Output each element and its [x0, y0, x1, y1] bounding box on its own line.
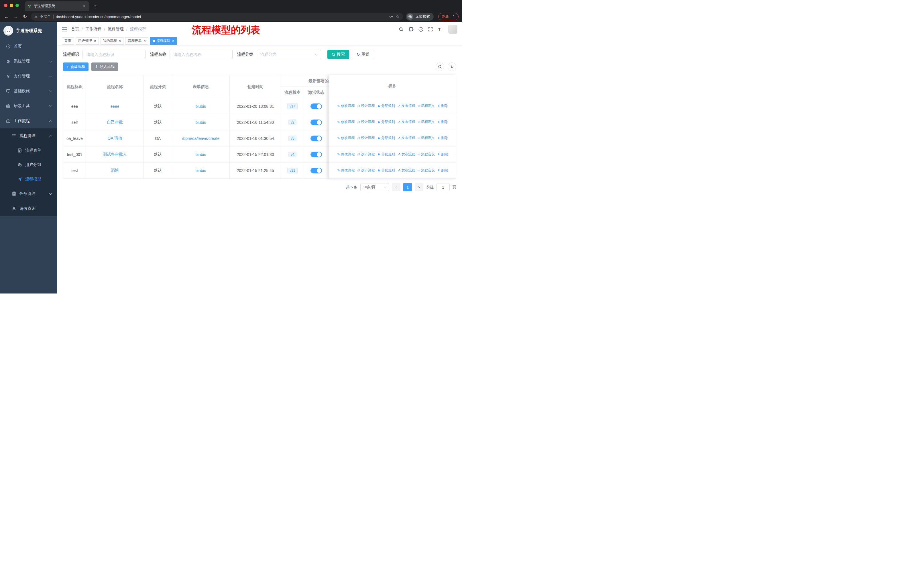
breadcrumb-item[interactable]: 工作流程: [85, 26, 101, 32]
publish-flow-link[interactable]: ⇗发布流程: [398, 119, 415, 124]
window-minimize-button[interactable]: [10, 4, 13, 7]
sidebar-item-system[interactable]: ⚙ 系统管理: [0, 54, 57, 69]
process-name-link[interactable]: 测试多审批人: [103, 152, 127, 157]
modify-flow-link[interactable]: ✎修改流程: [337, 104, 355, 108]
address-bar[interactable]: ⚠ 不安全 dashboard.yudao.iocoder.cn/bpm/man…: [31, 13, 403, 21]
window-close-button[interactable]: [4, 4, 7, 7]
publish-flow-link[interactable]: ⇗发布流程: [398, 168, 415, 173]
flow-definition-link[interactable]: ∞流程定义: [417, 104, 435, 108]
modify-flow-link[interactable]: ✎修改流程: [337, 136, 355, 141]
form-link[interactable]: biubiu: [195, 120, 206, 125]
breadcrumb-item[interactable]: 流程管理: [108, 26, 124, 32]
active-toggle[interactable]: [310, 119, 322, 125]
flow-definition-link[interactable]: ∞流程定义: [417, 136, 435, 141]
avatar[interactable]: [448, 25, 457, 34]
next-page-button[interactable]: ›: [415, 183, 423, 191]
assign-rules-link[interactable]: ♟分配规则: [377, 119, 395, 124]
fullscreen-icon[interactable]: [428, 27, 433, 31]
delete-link[interactable]: ✗删除: [437, 104, 448, 108]
assign-rules-link[interactable]: ♟分配规则: [377, 136, 395, 141]
design-flow-link[interactable]: ⊙设计流程: [357, 119, 375, 124]
tag-close-icon[interactable]: ×: [119, 39, 121, 43]
breadcrumb-item[interactable]: 首页: [71, 26, 79, 32]
hamburger-button[interactable]: [62, 27, 67, 31]
tag-process-form[interactable]: 流程表单 ×: [125, 37, 148, 45]
tag-home[interactable]: 首页: [62, 37, 74, 45]
goto-input[interactable]: [437, 183, 450, 191]
sidebar-item-home[interactable]: 首页: [0, 39, 57, 54]
active-toggle[interactable]: [310, 104, 322, 109]
active-toggle[interactable]: [310, 168, 322, 174]
browser-tab[interactable]: 芋道管理系统 ×: [25, 1, 89, 11]
create-flow-button[interactable]: + 新建流程: [63, 63, 89, 71]
tab-close-icon[interactable]: ×: [82, 4, 86, 8]
process-key-input[interactable]: [82, 50, 145, 59]
sidebar-item-workflow[interactable]: 工作流程: [0, 114, 57, 128]
design-flow-link[interactable]: ⊙设计流程: [357, 152, 375, 157]
sidebar-item-payment[interactable]: ¥ 支付管理: [0, 69, 57, 84]
assign-rules-link[interactable]: ♟分配规则: [377, 168, 395, 173]
sidebar-item-process-manage[interactable]: 流程管理: [0, 128, 57, 143]
active-toggle[interactable]: [310, 152, 322, 157]
tag-close-icon[interactable]: ×: [94, 39, 96, 43]
window-maximize-button[interactable]: [15, 4, 19, 7]
form-link[interactable]: /bpm/oa/leave/create: [182, 136, 220, 141]
delete-link[interactable]: ✗删除: [437, 119, 448, 124]
search-tool-button[interactable]: [436, 63, 444, 71]
tag-my-process[interactable]: 我的流程 ×: [101, 37, 124, 45]
flow-definition-link[interactable]: ∞流程定义: [417, 168, 435, 173]
active-toggle[interactable]: [310, 136, 322, 141]
modify-flow-link[interactable]: ✎修改流程: [337, 168, 355, 173]
design-flow-link[interactable]: ⊙设计流程: [357, 104, 375, 108]
new-tab-button[interactable]: +: [93, 3, 97, 9]
flow-definition-link[interactable]: ∞流程定义: [417, 119, 435, 124]
tag-close-icon[interactable]: ×: [172, 39, 175, 43]
prev-page-button[interactable]: ‹: [392, 183, 401, 191]
key-icon[interactable]: [389, 14, 394, 19]
tag-process-model[interactable]: 流程模型 ×: [150, 37, 177, 45]
update-button[interactable]: 更新 ⋮: [438, 13, 459, 20]
process-name-link[interactable]: 自己审批: [107, 120, 123, 124]
publish-flow-link[interactable]: ⇗发布流程: [398, 136, 415, 141]
tag-close-icon[interactable]: ×: [144, 39, 146, 43]
reload-button[interactable]: ↻: [22, 14, 28, 20]
sidebar-item-task-manage[interactable]: 任务管理: [0, 186, 57, 201]
category-select[interactable]: 流程分类: [257, 50, 321, 59]
search-button[interactable]: 搜索: [327, 50, 349, 59]
delete-link[interactable]: ✗删除: [437, 152, 448, 157]
help-icon[interactable]: ?: [419, 27, 423, 32]
process-name-link[interactable]: OA 请假: [107, 136, 122, 141]
publish-flow-link[interactable]: ⇗发布流程: [398, 152, 415, 157]
modify-flow-link[interactable]: ✎修改流程: [337, 152, 355, 157]
back-button[interactable]: ←: [3, 14, 10, 20]
page-1-button[interactable]: 1: [403, 183, 412, 191]
sidebar-item-leave-query[interactable]: 请假查询: [0, 201, 57, 216]
publish-flow-link[interactable]: ⇗发布流程: [398, 104, 415, 108]
sidebar-item-process-model[interactable]: 流程模型: [0, 172, 57, 186]
modify-flow-link[interactable]: ✎修改流程: [337, 119, 355, 124]
github-icon[interactable]: [408, 26, 414, 32]
import-flow-button[interactable]: ↥ 导入流程: [91, 63, 118, 71]
sidebar-item-devtools[interactable]: 研发工具: [0, 99, 57, 114]
delete-link[interactable]: ✗删除: [437, 168, 448, 173]
forward-button[interactable]: →: [13, 14, 19, 20]
form-link[interactable]: biubiu: [195, 152, 206, 157]
tag-tenant-manage[interactable]: 租户管理 ×: [76, 37, 99, 45]
page-size-select[interactable]: 10条/页: [360, 183, 389, 191]
delete-link[interactable]: ✗删除: [437, 136, 448, 141]
process-name-input[interactable]: [170, 50, 233, 59]
design-flow-link[interactable]: ⊙设计流程: [357, 136, 375, 141]
assign-rules-link[interactable]: ♟分配规则: [377, 152, 395, 157]
browser-menu-icon[interactable]: ⋮: [451, 14, 455, 19]
sidebar-item-infra[interactable]: 基础设施: [0, 84, 57, 99]
form-link[interactable]: biubiu: [195, 168, 206, 173]
refresh-tool-button[interactable]: ↻: [448, 63, 456, 71]
process-name-link[interactable]: 滔博: [111, 168, 119, 172]
assign-rules-link[interactable]: ♟分配规则: [377, 104, 395, 108]
sidebar-item-user-group[interactable]: 用户分组: [0, 158, 57, 172]
form-link[interactable]: biubiu: [195, 104, 206, 109]
search-icon[interactable]: [399, 27, 404, 32]
flow-definition-link[interactable]: ∞流程定义: [417, 152, 435, 157]
font-size-icon[interactable]: TT: [438, 27, 443, 31]
design-flow-link[interactable]: ⊙设计流程: [357, 168, 375, 173]
